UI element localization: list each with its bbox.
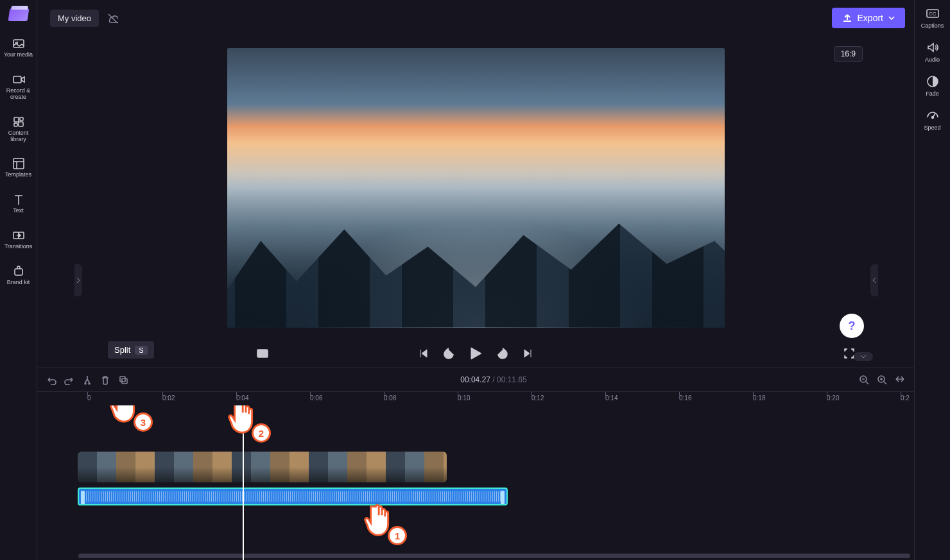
duplicate-button[interactable]	[118, 375, 128, 385]
svg-rect-7	[13, 158, 24, 169]
speed-icon	[926, 108, 940, 123]
svg-text:5: 5	[501, 352, 503, 356]
audio-icon	[926, 40, 940, 55]
ruler-tick: 0:20	[827, 395, 839, 402]
collapse-properties-button[interactable]	[854, 352, 873, 361]
current-time: 00:04.27	[460, 375, 490, 384]
ruler-tick: 0:02	[162, 395, 175, 402]
right-item-audio[interactable]: Audio	[925, 40, 940, 63]
video-preview[interactable]	[227, 48, 725, 328]
split-tooltip: Split S	[108, 341, 154, 359]
split-button[interactable]	[82, 375, 92, 385]
sidebar-label: Content library	[2, 130, 35, 143]
fade-icon	[926, 74, 940, 89]
timeline-scrollbar[interactable]	[78, 554, 910, 558]
svg-rect-14	[120, 377, 125, 382]
timeline-time: 00:04.27 / 00:11.65	[136, 375, 851, 384]
ruler-tick: 0:08	[384, 395, 396, 402]
svg-rect-4	[20, 117, 23, 121]
transitions-icon	[12, 228, 26, 242]
zoom-in-button[interactable]	[877, 375, 887, 385]
right-item-fade[interactable]: Fade	[926, 74, 940, 97]
upload-icon	[842, 13, 852, 23]
cloud-off-icon	[107, 12, 118, 24]
svg-text:5: 5	[447, 352, 449, 356]
sidebar-label: Transitions	[4, 244, 33, 250]
delete-button[interactable]	[100, 375, 110, 385]
ruler-tick: 0:14	[605, 395, 618, 402]
text-icon	[12, 192, 26, 207]
project-title[interactable]: My video	[50, 10, 99, 27]
sidebar-label: Text	[13, 208, 24, 214]
skip-start-button[interactable]	[417, 348, 429, 359]
fit-timeline-button[interactable]	[895, 375, 905, 385]
timeline-ruler[interactable]: 00:020:040:060:080:100:120:140:160:180:2…	[37, 391, 914, 405]
export-label: Export	[858, 13, 883, 23]
playhead[interactable]	[243, 405, 244, 560]
zoom-out-button[interactable]	[859, 375, 869, 385]
audio-clip[interactable]	[78, 488, 508, 505]
sidebar-label: Templates	[5, 172, 31, 178]
sidebar-item-transitions[interactable]: Transitions	[2, 223, 35, 255]
svg-rect-2	[13, 76, 21, 83]
sidebar-label: Record & create	[2, 88, 35, 101]
expand-left-panel[interactable]	[74, 264, 82, 296]
ruler-tick: 0:04	[236, 395, 248, 402]
right-item-speed[interactable]: Speed	[924, 108, 940, 131]
ruler-tick: 0	[87, 395, 91, 402]
sidebar-label: Brand kit	[7, 280, 30, 286]
ruler-tick: 0:2	[901, 395, 910, 402]
annotation-cursor-3: 3	[109, 405, 141, 420]
split-shortcut: S	[135, 346, 147, 355]
chevron-right-icon	[76, 276, 81, 284]
sidebar-item-record-create[interactable]: Record & create	[2, 67, 35, 106]
library-icon	[12, 115, 26, 129]
clip-trim-left[interactable]	[81, 491, 85, 505]
svg-text:CC: CC	[929, 11, 937, 17]
ruler-tick: 0:18	[753, 395, 765, 402]
brand-icon	[12, 264, 26, 278]
svg-rect-6	[19, 122, 23, 126]
total-time: 00:11.65	[497, 375, 527, 384]
expand-right-panel[interactable]	[870, 264, 878, 296]
timeline-tracks[interactable]: 1 2 3	[37, 405, 914, 560]
split-label: Split	[114, 345, 130, 355]
chevron-left-icon	[872, 276, 877, 284]
rewind-button[interactable]: 5	[443, 348, 454, 359]
svg-rect-3	[14, 117, 19, 122]
chevron-down-icon	[860, 354, 867, 359]
help-button[interactable]: ?	[840, 314, 864, 338]
annotation-cursor-1: 1	[363, 502, 395, 534]
aspect-ratio-button[interactable]: 16:9	[834, 46, 863, 62]
ruler-tick: 0:06	[310, 395, 322, 402]
safe-zone-toggle[interactable]	[257, 348, 268, 359]
captions-icon: CC	[926, 6, 940, 21]
redo-button[interactable]	[64, 375, 74, 385]
sidebar-item-content-library[interactable]: Content library	[2, 110, 35, 148]
svg-rect-10	[15, 269, 22, 275]
app-logo[interactable]	[8, 8, 29, 21]
svg-rect-15	[122, 378, 127, 384]
sidebar-item-brand-kit[interactable]: Brand kit	[2, 259, 35, 291]
skip-end-button[interactable]	[522, 348, 534, 359]
ruler-tick: 0:16	[679, 395, 691, 402]
video-clip[interactable]	[78, 452, 447, 482]
chevron-down-icon	[888, 15, 895, 21]
media-icon	[12, 37, 26, 51]
svg-point-21	[931, 117, 933, 119]
ruler-tick: 0:12	[531, 395, 544, 402]
clip-trim-right[interactable]	[501, 491, 505, 505]
play-button[interactable]	[469, 346, 483, 361]
record-icon	[12, 72, 26, 87]
forward-button[interactable]: 5	[497, 348, 508, 359]
svg-rect-5	[14, 123, 17, 126]
undo-button[interactable]	[46, 375, 56, 385]
sidebar-item-templates[interactable]: Templates	[2, 151, 35, 183]
sidebar-item-your-media[interactable]: Your media	[2, 31, 35, 64]
sidebar-label: Your media	[4, 52, 33, 58]
ruler-tick: 0:10	[458, 395, 470, 402]
sidebar-item-text[interactable]: Text	[2, 187, 35, 219]
export-button[interactable]: Export	[832, 8, 905, 28]
templates-icon	[12, 157, 26, 171]
right-item-captions[interactable]: CC Captions	[921, 6, 944, 29]
